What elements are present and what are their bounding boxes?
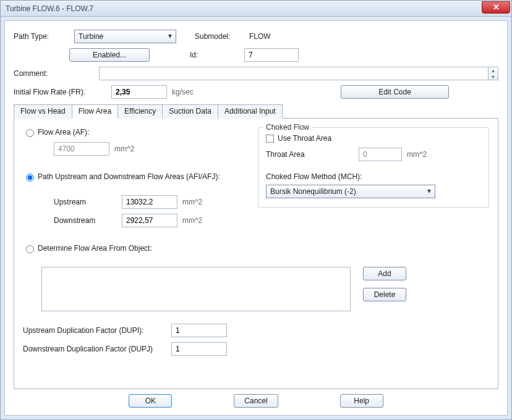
choked-method-value: Bursik Nonequilibrium (-2) — [270, 187, 356, 196]
spacer — [23, 161, 239, 172]
title-bar: Turbine FLOW.6 - FLOW.7 ✕ — [1, 1, 511, 17]
ok-button[interactable]: OK — [129, 394, 172, 408]
upstream-units: mm^2 — [182, 198, 202, 206]
radio-afiafj-row: Path Upstream and Downstream Flow Areas … — [23, 172, 239, 182]
comment-spinner: ▲ ▼ — [489, 67, 498, 80]
close-button[interactable]: ✕ — [482, 1, 510, 14]
use-throat-row: Use Throat Area — [266, 134, 481, 143]
spacer — [23, 258, 489, 267]
downstream-units: mm^2 — [182, 216, 202, 225]
af-units: mm^2 — [114, 145, 134, 153]
tab-strip: Flow vs Head Flow Area Efficiency Suctio… — [14, 104, 498, 119]
radio-afiafj-label: Path Upstream and Downstream Flow Areas … — [38, 172, 220, 181]
choked-flow-legend: Choked Flow — [263, 123, 312, 132]
flow-rate-input[interactable] — [111, 85, 167, 99]
choked-method-label: Choked Flow Method (MCH): — [266, 172, 481, 181]
radio-flow-area-af[interactable] — [26, 129, 34, 137]
radio-af-label: Flow Area (AF): — [38, 128, 89, 136]
choked-flow-group: Choked Flow Use Throat Area Throat Area … — [258, 127, 489, 208]
spinner-up-icon[interactable]: ▲ — [489, 67, 498, 74]
flow-rate-label: Initial Flow Rate (FR): — [14, 88, 106, 96]
row-path-type: Path Type: Turbine Submodel: FLOW — [14, 30, 498, 43]
tab-flow-area[interactable]: Flow Area — [72, 104, 118, 119]
delete-button-label: Delete — [374, 290, 396, 299]
dupi-label: Upstream Duplication Factor (DUPI): — [23, 326, 171, 335]
radio-obj-label: Determine Flow Area From Object: — [38, 244, 152, 253]
edit-code-button[interactable]: Edit Code — [341, 85, 449, 99]
downstream-row: Downstream mm^2 — [54, 214, 239, 227]
flow-rate-units: kg/sec — [172, 88, 194, 96]
use-throat-checkbox[interactable] — [266, 135, 274, 143]
choked-method-combo[interactable]: Bursik Nonequilibrium (-2) — [266, 185, 435, 198]
delete-object-button[interactable]: Delete — [363, 288, 406, 301]
spacer — [23, 316, 489, 324]
throat-area-input — [359, 148, 402, 161]
comment-input[interactable] — [99, 67, 489, 80]
row-comment: Comment: ▲ ▼ — [14, 67, 498, 80]
radio-flow-area-afiafj[interactable] — [26, 174, 34, 182]
dupi-input[interactable] — [171, 324, 227, 337]
window-title: Turbine FLOW.6 - FLOW.7 — [6, 4, 482, 13]
spinner-down-icon[interactable]: ▼ — [489, 74, 498, 80]
spacer — [23, 232, 489, 243]
downstream-label: Downstream — [54, 216, 122, 225]
dupi-row: Upstream Duplication Factor (DUPI): — [23, 324, 489, 337]
use-throat-label: Use Throat Area — [278, 134, 331, 143]
radio-af-row: Flow Area (AF): — [23, 127, 239, 137]
object-buttons: Add Delete — [363, 267, 406, 301]
tab-flow-vs-head[interactable]: Flow vs Head — [14, 104, 72, 119]
add-button-label: Add — [378, 269, 391, 278]
object-list-row: Add Delete — [41, 267, 489, 311]
footer-buttons: OK Cancel Help — [5, 394, 507, 408]
submodel-value: FLOW — [249, 32, 271, 41]
help-label: Help — [354, 397, 369, 405]
tab-page-flow-area: Flow Area (AF): mm^2 Path Upstream and D… — [14, 119, 498, 389]
cancel-button[interactable]: Cancel — [234, 394, 278, 408]
tab-efficiency[interactable]: Efficiency — [117, 104, 163, 119]
help-button[interactable]: Help — [340, 394, 383, 408]
cancel-label: Cancel — [244, 397, 267, 405]
add-object-button[interactable]: Add — [363, 267, 406, 280]
dupj-row: Downstream Duplication Factor (DUPJ) — [23, 342, 489, 356]
close-icon: ✕ — [493, 2, 500, 12]
choked-flow-column: Choked Flow Use Throat Area Throat Area … — [258, 127, 489, 232]
tab-suction-data[interactable]: Suction Data — [162, 104, 218, 119]
edit-code-label: Edit Code — [378, 88, 411, 96]
path-type-label: Path Type: — [14, 32, 69, 41]
object-listbox[interactable] — [41, 267, 351, 311]
dupj-input[interactable] — [171, 342, 227, 356]
comment-label: Comment: — [14, 69, 94, 78]
af-input — [54, 142, 109, 156]
radio-obj-row: Determine Flow Area From Object: — [23, 243, 489, 253]
path-type-combo[interactable]: Turbine — [74, 30, 176, 43]
spacer — [23, 187, 239, 195]
enabled-button-label: Enabled... — [93, 51, 126, 59]
enabled-button[interactable]: Enabled... — [69, 48, 150, 62]
upstream-label: Upstream — [54, 198, 122, 206]
dialog-window: Turbine FLOW.6 - FLOW.7 ✕ Path Type: Tur… — [0, 0, 512, 420]
tab-additional-input[interactable]: Additional Input — [218, 104, 283, 119]
dupj-label: Downstream Duplication Factor (DUPJ) — [23, 345, 171, 353]
flow-area-left-column: Flow Area (AF): mm^2 Path Upstream and D… — [23, 127, 239, 232]
throat-area-row: Throat Area mm^2 — [266, 148, 481, 161]
id-label: Id: — [190, 51, 239, 59]
path-type-value: Turbine — [79, 32, 103, 41]
downstream-input[interactable] — [122, 214, 177, 227]
af-value-row: mm^2 — [54, 142, 239, 156]
ok-label: OK — [145, 397, 156, 405]
throat-area-units: mm^2 — [407, 150, 427, 159]
upstream-row: Upstream mm^2 — [54, 195, 239, 209]
spacer — [266, 166, 481, 172]
dialog-body: Path Type: Turbine Submodel: FLOW Enable… — [4, 20, 508, 416]
row-flow-rate: Initial Flow Rate (FR): kg/sec Edit Code — [14, 85, 498, 99]
throat-area-label: Throat Area — [266, 150, 359, 159]
submodel-label: Submodel: — [195, 32, 244, 41]
radio-flow-area-object[interactable] — [26, 245, 34, 253]
two-column-layout: Flow Area (AF): mm^2 Path Upstream and D… — [23, 127, 489, 232]
id-input[interactable] — [244, 48, 299, 62]
upstream-input[interactable] — [122, 195, 177, 209]
row-enabled-id: Enabled... Id: — [14, 48, 498, 62]
